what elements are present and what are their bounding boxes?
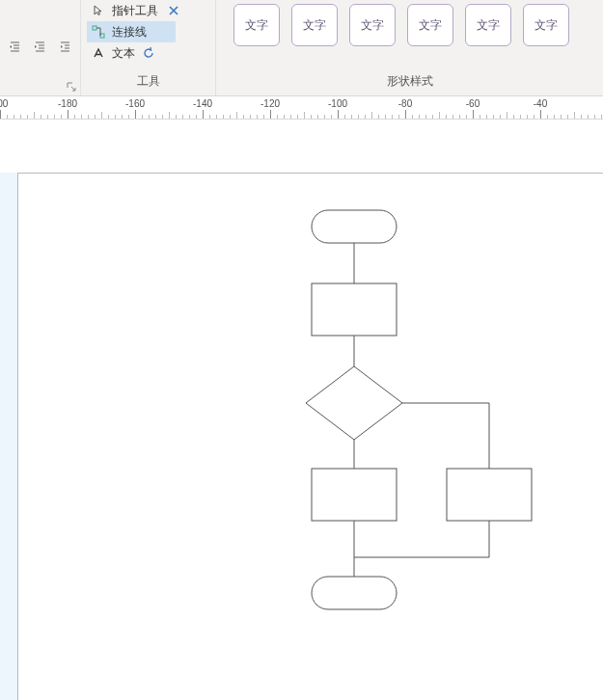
- text-tool-icon: [91, 45, 106, 61]
- text-tool-label: 文本: [112, 45, 135, 62]
- flowchart-decision[interactable]: [306, 366, 402, 440]
- connector-tool-button[interactable]: 连接线 x: [87, 21, 176, 42]
- svg-text:-100: -100: [328, 98, 347, 109]
- delete-icon[interactable]: [164, 1, 183, 20]
- shape-style-swatch-5[interactable]: 文字: [465, 4, 511, 46]
- svg-text:-160: -160: [125, 98, 145, 109]
- connector-icon: [91, 24, 106, 40]
- ribbon: 指针工具 连接线 x 文本 工具: [0, 0, 603, 96]
- flowchart-process-3[interactable]: [447, 469, 532, 521]
- svg-text:-40: -40: [534, 98, 548, 109]
- tools-group-label: 工具: [87, 73, 209, 94]
- horizontal-ruler[interactable]: 200-180-160-140-120-100-80-60-40: [0, 96, 603, 120]
- svg-text:-60: -60: [466, 98, 480, 109]
- connector-tool-label: 连接线: [112, 24, 147, 40]
- pointer-tool-label: 指针工具: [112, 3, 158, 19]
- flowchart-process-2[interactable]: [312, 469, 397, 521]
- pointer-tool-button[interactable]: 指针工具: [87, 0, 187, 21]
- svg-text:-140: -140: [193, 98, 212, 109]
- paragraph-group-label: [6, 90, 74, 94]
- svg-text:-180: -180: [58, 98, 77, 109]
- svg-text:200: 200: [0, 98, 9, 109]
- ribbon-group-tools: 指针工具 连接线 x 文本 工具: [81, 0, 216, 95]
- pointer-icon: [91, 3, 106, 18]
- rotate-icon[interactable]: [141, 45, 156, 61]
- svg-rect-0: [93, 26, 96, 30]
- ribbon-group-paragraph: [0, 0, 81, 95]
- svg-rect-1: [100, 34, 104, 38]
- flowchart-terminator-start[interactable]: [312, 210, 397, 243]
- increase-indent-button[interactable]: [56, 37, 77, 58]
- shape-styles-group-label: 形状样式: [222, 73, 597, 94]
- workspace-margin: [0, 120, 603, 173]
- svg-text:-120: -120: [260, 98, 280, 109]
- text-tool-button[interactable]: 文本: [87, 42, 160, 64]
- outdent-button[interactable]: [6, 37, 27, 58]
- drawing-workspace[interactable]: [0, 120, 603, 700]
- drawing-page[interactable]: [17, 173, 603, 700]
- flowchart-terminator-end[interactable]: [312, 577, 397, 609]
- shape-style-gallery[interactable]: 文字 文字 文字 文字 文字 文字: [222, 0, 597, 73]
- svg-text:-80: -80: [398, 98, 413, 109]
- shape-style-swatch-1[interactable]: 文字: [233, 4, 280, 46]
- indent-button[interactable]: [31, 37, 52, 58]
- shape-style-swatch-2[interactable]: 文字: [291, 4, 338, 46]
- ribbon-group-shape-styles: 文字 文字 文字 文字 文字 文字 形状样式: [216, 0, 603, 95]
- shape-style-swatch-4[interactable]: 文字: [407, 4, 453, 46]
- flowchart-process-1[interactable]: [312, 283, 397, 336]
- shape-style-swatch-3[interactable]: 文字: [349, 4, 396, 46]
- shape-style-swatch-6[interactable]: 文字: [523, 4, 569, 46]
- paragraph-dialog-launcher[interactable]: [66, 81, 77, 93]
